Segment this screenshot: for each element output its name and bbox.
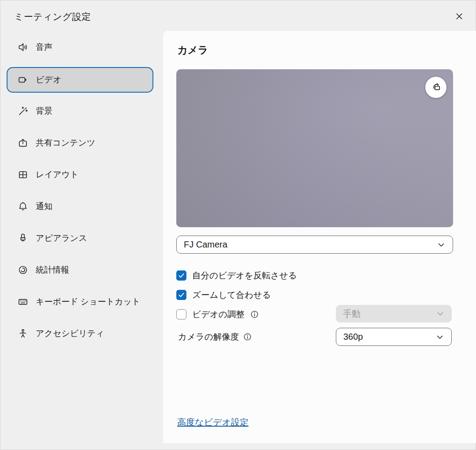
- sidebar-item-layout[interactable]: レイアウト: [7, 162, 153, 188]
- sidebar-item-keyboard-shortcuts[interactable]: キーボード ショートカット: [7, 289, 153, 315]
- info-icon[interactable]: [250, 310, 259, 319]
- sidebar-item-shared-content[interactable]: 共有コンテンツ: [7, 130, 153, 156]
- layout-grid-icon: [17, 169, 29, 180]
- bell-icon: [17, 201, 29, 212]
- sidebar-item-label: キーボード ショートカット: [36, 296, 140, 308]
- mirror-video-row: 自分のビデオを反転させる: [176, 270, 297, 281]
- wand-sparkles-icon: [17, 105, 29, 117]
- page-title: カメラ: [177, 43, 208, 57]
- sidebar-item-label: 統計情報: [36, 264, 69, 276]
- rotate-camera-button[interactable]: [425, 77, 446, 98]
- stats-donut-icon: [17, 264, 29, 276]
- video-adjust-mode-select: 手動: [336, 305, 452, 322]
- camera-resolution-label: カメラの解像度: [178, 331, 239, 343]
- mirror-video-checkbox[interactable]: [176, 270, 186, 281]
- sidebar-item-label: レイアウト: [36, 169, 78, 180]
- share-icon: [17, 137, 29, 149]
- zoom-to-fit-row: ズームして合わせる: [176, 289, 271, 301]
- camera-resolution-value: 360p: [343, 332, 363, 342]
- video-adjust-mode-value: 手動: [343, 308, 361, 320]
- rotate-camera-icon: [431, 81, 442, 94]
- camera-resolution-select[interactable]: 360p: [336, 328, 452, 346]
- sidebar-item-label: アピアランス: [36, 232, 87, 244]
- sidebar-item-video[interactable]: ビデオ: [7, 67, 153, 93]
- sidebar-item-label: 共有コンテンツ: [36, 137, 95, 149]
- video-adjust-label: ビデオの調整: [192, 308, 245, 320]
- sidebar-item-statistics[interactable]: 統計情報: [7, 257, 153, 283]
- sidebar-item-label: アクセシビリティ: [36, 328, 104, 339]
- sidebar-item-audio[interactable]: 音声: [7, 34, 153, 60]
- zoom-to-fit-checkbox[interactable]: [176, 290, 186, 300]
- camera-resolution-row: カメラの解像度: [178, 331, 252, 343]
- window-title: ミーティング設定: [14, 11, 91, 23]
- settings-panel-video: カメラ FJ Camera 自分のビデオを: [163, 31, 476, 443]
- sidebar-item-label: 通知: [36, 201, 52, 212]
- info-icon[interactable]: [243, 333, 252, 341]
- sidebar-item-label: 音声: [36, 41, 52, 53]
- chevron-down-icon: [437, 240, 446, 249]
- zoom-to-fit-label: ズームして合わせる: [192, 289, 271, 301]
- close-icon: [455, 12, 464, 22]
- chevron-down-icon: [435, 333, 444, 341]
- speaker-icon: [17, 41, 29, 53]
- keyboard-icon: [17, 296, 29, 308]
- sidebar-item-label: ビデオ: [36, 74, 61, 86]
- sidebar-item-label: 背景: [36, 105, 52, 117]
- accessibility-icon: [17, 328, 29, 339]
- meeting-settings-window: ミーティング設定 音声 ビデオ: [0, 0, 476, 450]
- camera-preview: [176, 69, 453, 227]
- sidebar-item-accessibility[interactable]: アクセシビリティ: [7, 321, 153, 346]
- advanced-video-settings-link[interactable]: 高度なビデオ設定: [177, 416, 249, 428]
- chevron-down-icon: [436, 309, 445, 318]
- video-adjust-checkbox[interactable]: [176, 309, 186, 319]
- paintbrush-icon: [17, 232, 29, 244]
- sidebar-item-background[interactable]: 背景: [7, 98, 153, 124]
- close-button[interactable]: [450, 8, 469, 26]
- sidebar-item-notifications[interactable]: 通知: [7, 194, 153, 219]
- mirror-video-label: 自分のビデオを反転させる: [192, 270, 297, 281]
- video-adjust-row: ビデオの調整: [176, 308, 259, 320]
- camera-device-value: FJ Camera: [184, 240, 227, 250]
- video-camera-icon: [17, 74, 29, 86]
- camera-device-select[interactable]: FJ Camera: [176, 236, 453, 254]
- sidebar-item-appearance[interactable]: アピアランス: [7, 225, 153, 251]
